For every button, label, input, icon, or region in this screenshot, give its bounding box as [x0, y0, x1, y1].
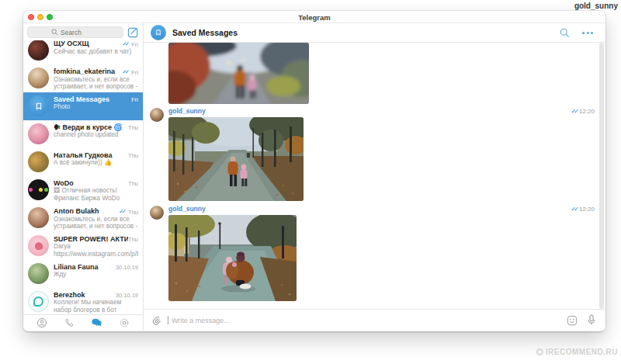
saved-messages-header-avatar [151, 25, 166, 40]
bookmark-icon [154, 29, 162, 36]
chat-name: Наталья Гудкова [54, 151, 128, 159]
chat-date: Thu [128, 152, 138, 159]
watermark-text: IRECOMMEND.RU [546, 348, 618, 356]
chat-list-item[interactable]: ЩУ ОСХЩ ✓✓Fri Сейчас вас добавят в чат) [23, 40, 143, 64]
tab-calls-icon[interactable] [64, 317, 75, 328]
composer-placeholder[interactable]: Write a message... [172, 317, 560, 324]
chat-preview: Коллеги! Мы начинаем набор блогеров в бо… [54, 299, 138, 314]
chat-scrollbar[interactable] [599, 43, 604, 309]
chat-list-item[interactable]: 🗣 Верди в курсе 🌀 Thu channel photo upda… [23, 120, 143, 148]
photo-message-3[interactable] [168, 215, 297, 301]
chat-name: Saved Messages [54, 95, 131, 103]
page: gold_sunny Telegram [0, 0, 621, 364]
photo-message-1[interactable] [168, 43, 309, 104]
chat-preview: channel photo updated [54, 131, 138, 139]
tab-contacts-icon[interactable] [36, 317, 47, 328]
chat-list-item[interactable]: WoDo Thu 🖼 Отличная новость! Фриланс Бир… [23, 176, 143, 204]
sender-avatar[interactable] [150, 206, 164, 220]
watermark: IRECOMMEND.RU [536, 348, 618, 356]
attach-icon[interactable] [151, 315, 161, 326]
sidebar-tabbar [23, 314, 143, 331]
chat-date: Thu [128, 236, 138, 243]
chat-search-icon[interactable] [560, 28, 570, 38]
message-composer[interactable]: Write a message... [144, 309, 605, 331]
message-time: 12:20 [579, 108, 595, 115]
chat-name: 🗣 Верди в курсе 🌀 [54, 123, 128, 131]
avatar [28, 263, 49, 284]
chat-list-item[interactable]: Liliana Fauna 30.10.19 Жду [23, 260, 143, 288]
chat-header: Saved Messages [144, 23, 605, 43]
chat-date: 30.10.19 [116, 292, 138, 299]
chat-preview: Жду [54, 271, 138, 279]
text-caret [168, 316, 168, 324]
avatar [28, 179, 49, 200]
chat-date: Fri [131, 96, 138, 103]
chat-preview: Ознакомьтесь и, если все устраивает, и н… [54, 216, 138, 231]
tab-chats-icon[interactable] [91, 317, 102, 328]
avatar [28, 235, 49, 256]
page-username-label: gold_sunny [574, 2, 618, 10]
avatar [28, 123, 49, 144]
window-title: Telegram [23, 13, 605, 22]
chat-preview: Ознакомьтесь и, если все устраивает, и н… [54, 76, 138, 91]
chat-date: Thu [128, 180, 138, 187]
search-input[interactable] [61, 29, 99, 36]
chat-name: Anton Bulakh [54, 207, 119, 215]
sidebar: ЩУ ОСХЩ ✓✓Fri Сейчас вас добавят в чат) … [23, 23, 144, 331]
avatar [28, 291, 49, 312]
chat-date: Fri [131, 69, 138, 76]
message-time: 12:20 [579, 206, 595, 213]
message-author[interactable]: gold_sunny [168, 205, 206, 213]
search-input-wrap[interactable] [27, 26, 123, 38]
photo-message-2[interactable] [168, 117, 304, 201]
telegram-window: Telegram ЩУ ОСХЩ ✓ [23, 11, 605, 331]
avatar [28, 151, 49, 172]
chat-date: Thu [128, 209, 138, 216]
chat-list-item[interactable]: SUPER POWER! АКТИВ! Thu Darya https://ww… [23, 232, 143, 260]
chat-preview: А всё закинули)) 👍 [54, 159, 138, 167]
message-author[interactable]: gold_sunny [168, 107, 206, 115]
message-meta: ✓✓12:20 [571, 206, 595, 213]
more-menu-icon[interactable] [582, 32, 593, 34]
avatar [28, 40, 49, 61]
chat-name: fomkina_ekaterina [54, 68, 123, 75]
chat-date: 30.10.19 [116, 264, 138, 271]
chat-preview: Darya https://www.instagram.com/p/B4... [54, 243, 138, 258]
compose-icon[interactable] [127, 26, 139, 38]
sender-avatar[interactable] [150, 108, 164, 122]
chat-list-item[interactable]: Anton Bulakh ✓✓Thu Ознакомьтесь и, если … [23, 204, 143, 232]
chat-list-item[interactable]: Berezhok 30.10.19 Коллеги! Мы начинаем н… [23, 288, 143, 314]
chat-list: ЩУ ОСХЩ ✓✓Fri Сейчас вас добавят в чат) … [23, 40, 143, 314]
titlebar[interactable]: Telegram [23, 11, 605, 23]
chat-preview: 🖼 Отличная новость! Фриланс Биржа WoDo т… [54, 187, 138, 202]
chat-list-item-saved-messages[interactable]: Saved Messages Fri Photo [23, 92, 143, 120]
read-checks-icon: ✓✓ [123, 41, 128, 47]
search-icon [51, 29, 58, 36]
emoji-icon[interactable] [567, 315, 578, 326]
chat-list-item[interactable]: Наталья Гудкова Thu А всё закинули)) 👍 [23, 148, 143, 176]
saved-messages-avatar [28, 95, 49, 116]
avatar [28, 68, 49, 88]
read-checks-icon: ✓✓ [119, 209, 124, 215]
chat-name: Berezhok [54, 291, 116, 299]
chat-date: Thu [128, 124, 138, 131]
chat-list-item[interactable]: fomkina_ekaterina ✓✓Fri Ознакомьтесь и, … [23, 64, 143, 92]
chat-preview: Photo [54, 103, 138, 111]
avatar [28, 207, 49, 228]
chat-title: Saved Messages [172, 28, 238, 37]
chat-preview: Сейчас вас добавят в чат) [54, 48, 138, 56]
chat-name: WoDo [54, 179, 128, 187]
read-checks-icon: ✓✓ [571, 206, 577, 213]
message-meta: ✓✓12:20 [571, 108, 595, 115]
chat-panel: Saved Messages [144, 23, 605, 331]
chat-name: ЩУ ОСХЩ [54, 40, 123, 47]
watermark-logo-icon [536, 348, 543, 355]
chat-date: Fri [131, 41, 138, 48]
tab-settings-icon[interactable] [119, 317, 130, 328]
bookmark-icon [34, 102, 43, 111]
read-checks-icon: ✓✓ [571, 108, 577, 115]
message-history[interactable]: gold_sunny ✓✓12:20 [144, 43, 605, 309]
chat-name: Liliana Fauna [54, 263, 116, 271]
chat-name: SUPER POWER! АКТИВ! [54, 235, 128, 243]
microphone-icon[interactable] [587, 314, 596, 326]
